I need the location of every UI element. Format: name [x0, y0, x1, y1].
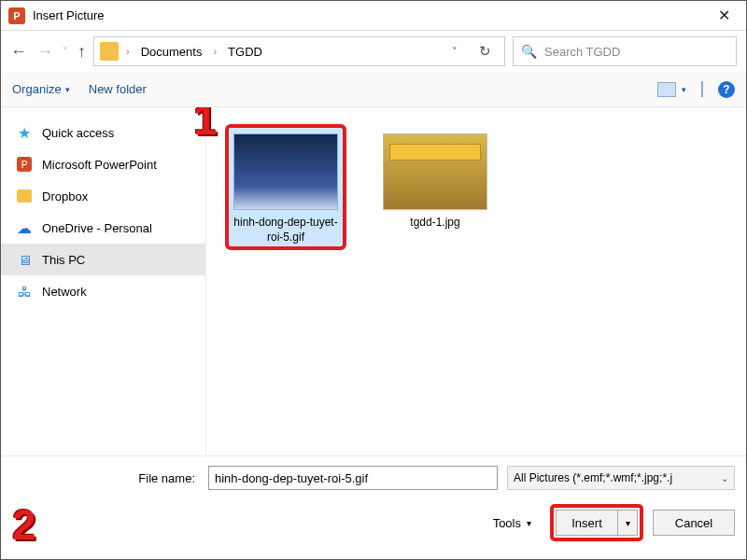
dialog-body: ★ Quick access P Microsoft PowerPoint Dr… — [1, 107, 746, 455]
powerpoint-icon: P — [17, 157, 32, 172]
toolbar: Organize ▾ New folder ▾ ? — [1, 72, 746, 107]
preview-pane-button[interactable] — [701, 82, 703, 96]
sidebar-item-quick-access[interactable]: ★ Quick access — [1, 117, 205, 148]
new-folder-label: New folder — [89, 82, 147, 96]
sidebar-item-label: Network — [42, 285, 87, 299]
forward-button[interactable]: → — [36, 43, 53, 60]
sidebar-item-label: This PC — [42, 253, 85, 267]
tools-label: Tools — [493, 516, 521, 530]
cancel-label: Cancel — [675, 516, 712, 530]
sidebar-item-dropbox[interactable]: Dropbox — [1, 180, 205, 212]
chevron-down-icon: ▾ — [527, 518, 531, 528]
sidebar-item-onedrive[interactable]: ☁ OneDrive - Personal — [1, 212, 205, 244]
sidebar-item-label: Microsoft PowerPoint — [42, 158, 157, 172]
callout-1: 1 — [193, 107, 218, 145]
insert-button[interactable]: Insert ▾ — [556, 510, 638, 536]
sidebar-item-powerpoint[interactable]: P Microsoft PowerPoint — [1, 148, 205, 180]
organize-menu[interactable]: Organize ▾ — [12, 82, 70, 96]
dialog-footer: File name: All Pictures (*.emf;*.wmf;*.j… — [1, 455, 746, 559]
recent-locations-dropdown[interactable]: ˅ — [63, 47, 68, 57]
sidebar-item-network[interactable]: 🖧 Network — [1, 275, 205, 307]
address-bar[interactable]: › Documents › TGDD ˅ ↻ — [93, 36, 505, 66]
file-label: hinh-dong-dep-tuyet-roi-5.gif — [231, 216, 341, 245]
new-folder-button[interactable]: New folder — [89, 82, 147, 96]
nav-row: ← → ˅ ↑ › Documents › TGDD ˅ ↻ 🔍 Search … — [1, 31, 746, 72]
folder-icon — [100, 42, 119, 61]
window-title: Insert Picture — [33, 8, 105, 22]
breadcrumb-tgdd[interactable]: TGDD — [224, 43, 266, 61]
search-placeholder: Search TGDD — [544, 45, 620, 59]
file-label: tgdd-1.jpg — [380, 216, 490, 231]
search-box[interactable]: 🔍 Search TGDD — [513, 36, 737, 66]
sidebar-item-label: Dropbox — [42, 189, 88, 203]
file-item-selected[interactable]: hinh-dong-dep-tuyet-roi-5.gif — [225, 124, 346, 250]
sidebar-item-label: OneDrive - Personal — [42, 221, 152, 235]
chevron-down-icon: ▾ — [682, 85, 686, 94]
close-icon: ✕ — [718, 7, 730, 24]
nav-arrows: ← → ˅ ↑ — [10, 43, 86, 60]
cancel-button[interactable]: Cancel — [653, 510, 735, 536]
chevron-down-icon: ⌄ — [721, 473, 728, 483]
sidebar: ★ Quick access P Microsoft PowerPoint Dr… — [1, 107, 206, 455]
folder-icon — [17, 189, 32, 203]
file-grid[interactable]: 1 hinh-dong-dep-tuyet-roi-5.gif tgdd-1.j… — [206, 107, 746, 455]
callout-2: 2 — [12, 499, 36, 550]
button-row: 2 Tools ▾ Insert ▾ Cancel — [12, 499, 735, 546]
refresh-button[interactable]: ↻ — [471, 43, 499, 60]
sidebar-item-this-pc[interactable]: 🖥 This PC — [1, 244, 205, 275]
organize-label: Organize — [12, 82, 62, 96]
tools-menu[interactable]: Tools ▾ — [493, 516, 531, 530]
filter-text: All Pictures (*.emf;*.wmf;*.jpg;*.j — [514, 471, 672, 484]
filename-label: File name: — [12, 471, 199, 485]
preview-pane-icon — [701, 81, 703, 97]
insert-label: Insert — [557, 511, 618, 535]
file-thumbnail — [233, 133, 338, 210]
chevron-right-icon: › — [211, 46, 218, 57]
file-item[interactable]: tgdd-1.jpg — [374, 124, 496, 236]
title-bar: P Insert Picture ✕ — [1, 1, 746, 31]
file-thumbnail — [383, 133, 487, 210]
insert-picture-dialog: P Insert Picture ✕ ← → ˅ ↑ › Documents ›… — [0, 0, 747, 560]
file-type-filter[interactable]: All Pictures (*.emf;*.wmf;*.jpg;*.j ⌄ — [507, 466, 735, 490]
help-button[interactable]: ? — [718, 81, 735, 98]
search-icon: 🔍 — [521, 44, 537, 59]
monitor-icon: 🖥 — [16, 251, 33, 268]
sidebar-item-label: Quick access — [42, 126, 114, 140]
chevron-down-icon: ▾ — [65, 85, 70, 94]
back-button[interactable]: ← — [10, 43, 27, 60]
breadcrumb-documents[interactable]: Documents — [137, 43, 206, 61]
star-icon: ★ — [16, 124, 33, 141]
chevron-right-icon: › — [124, 46, 132, 57]
filename-row: File name: All Pictures (*.emf;*.wmf;*.j… — [12, 466, 735, 490]
network-icon: 🖧 — [16, 283, 33, 300]
up-button[interactable]: ↑ — [78, 43, 86, 60]
thumbnails-icon — [657, 82, 676, 97]
view-mode-button[interactable]: ▾ — [657, 82, 686, 97]
powerpoint-app-icon: P — [8, 7, 25, 24]
cloud-icon: ☁ — [16, 219, 33, 236]
address-dropdown[interactable]: ˅ — [452, 46, 458, 58]
close-button[interactable]: ✕ — [705, 3, 742, 29]
insert-dropdown[interactable]: ▾ — [618, 518, 637, 528]
filename-input[interactable] — [208, 466, 498, 490]
insert-highlight: Insert ▾ — [550, 504, 643, 541]
